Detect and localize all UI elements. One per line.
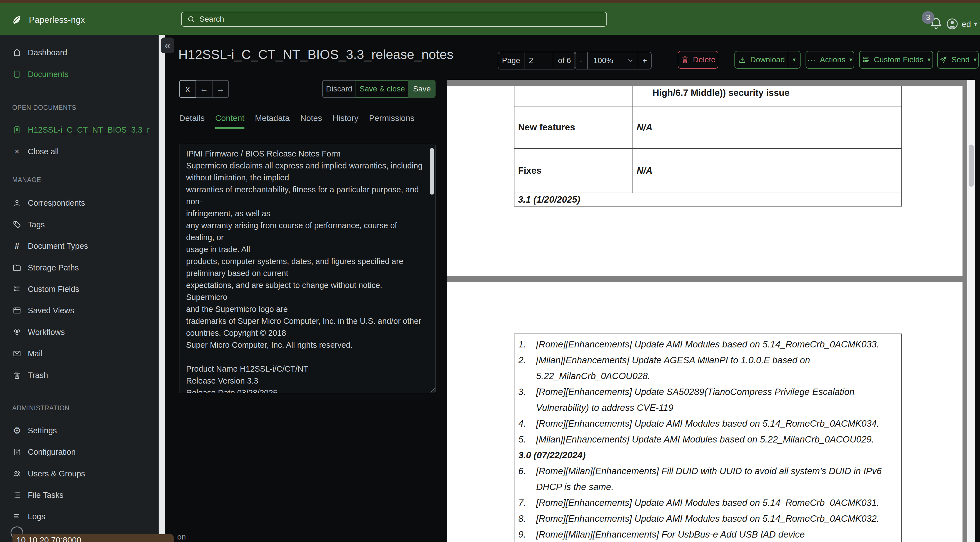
zoom-out-button[interactable]: - <box>574 52 587 69</box>
documents-icon <box>12 70 22 79</box>
leaf-logo-icon <box>11 14 22 26</box>
user-menu-caret-icon[interactable]: ▾ <box>974 20 977 28</box>
table-cell-carry-text: High/6.7 Middle)) security issue <box>633 86 901 106</box>
sidebar-item-label: Logs <box>28 512 45 521</box>
zoom-in-button[interactable]: + <box>638 52 651 69</box>
page-label: Page <box>498 52 524 69</box>
release-notes-table: High/6.7 Middle)) security issue New fea… <box>514 86 902 207</box>
list-item: 7.[Rome][Enhancements] Update AMI Module… <box>514 495 901 510</box>
send-button[interactable]: Send ▾ <box>937 51 978 69</box>
next-document-button[interactable]: → <box>212 80 229 98</box>
section-administration: ADMINISTRATION <box>12 405 70 412</box>
sidebar-item-saved-views[interactable]: Saved Views <box>0 303 159 317</box>
page-number-input[interactable]: 2 <box>524 52 553 69</box>
table-cell-label: Fixes <box>514 149 633 193</box>
textarea-resize-handle[interactable] <box>429 386 435 392</box>
zoom-control: - 100% + <box>574 52 652 70</box>
table-footer-version: 3.1 (1/20/2025) <box>514 193 901 206</box>
sidebar-item-workflows[interactable]: Workflows <box>0 325 159 339</box>
sidebar-item-label: Correspondents <box>28 198 85 208</box>
tab-details[interactable]: Details <box>179 113 205 129</box>
list-item: 1.[Rome][Enhancements] Update AMI Module… <box>514 336 901 352</box>
sidebar-item-correspondents[interactable]: Correspondents <box>0 196 159 210</box>
sidebar-item-label: Document Types <box>28 242 88 251</box>
content-textarea[interactable]: IPMI Firmware / BIOS Release Notes Form … <box>179 144 436 393</box>
user-avatar-icon[interactable] <box>945 17 959 30</box>
sidebar-item-label: File Tasks <box>28 491 63 500</box>
sidebar-item-logs[interactable]: Logs <box>0 510 159 523</box>
sidebar-item-configuration[interactable]: Configuration <box>0 445 159 459</box>
list-item: 8.[Rome][Enhancements] Update AMI Module… <box>514 510 901 526</box>
document-tabs: Details Content Metadata Notes History P… <box>179 113 414 129</box>
sidebar-scrollbar[interactable] <box>159 35 165 542</box>
collapse-sidebar-button[interactable]: « <box>161 38 174 53</box>
actions-button[interactable]: ⋯ Actions ▾ <box>805 51 854 69</box>
mail-icon <box>12 349 22 358</box>
custom-fields-button[interactable]: Custom Fields ▾ <box>859 51 933 69</box>
browser-top-strip <box>0 0 980 3</box>
send-label: Send <box>951 55 969 64</box>
sidebar-item-label: Close all <box>28 147 59 156</box>
tab-metadata[interactable]: Metadata <box>255 113 290 129</box>
sidebar-item-close-all[interactable]: × Close all <box>0 145 159 158</box>
zoom-level-select[interactable]: 100% <box>587 52 638 69</box>
sidebar-item-custom-fields[interactable]: Custom Fields <box>0 282 159 296</box>
search-input[interactable]: Search <box>181 12 607 27</box>
sidebar-item-label: Dashboard <box>28 48 67 57</box>
tab-permissions[interactable]: Permissions <box>369 113 414 129</box>
preview-scrollbar-track[interactable] <box>967 80 975 542</box>
sliders-icon <box>12 447 22 457</box>
username[interactable]: ed <box>962 19 971 29</box>
sidebar-item-label: Settings <box>28 426 57 435</box>
sidebar-item-mail[interactable]: Mail <box>0 347 159 360</box>
delete-button[interactable]: Delete <box>678 51 718 69</box>
section-open-documents: OPEN DOCUMENTS <box>12 104 76 112</box>
textarea-scrollbar[interactable] <box>430 148 434 194</box>
sidebar-item-storage-paths[interactable]: Storage Paths <box>0 261 159 274</box>
sidebar-item-document-types[interactable]: # Document Types <box>0 239 159 253</box>
sidebar-item-users-groups[interactable]: Users & Groups <box>0 467 159 481</box>
download-button[interactable]: Download <box>735 51 788 69</box>
sidebar-item-tags[interactable]: Tags <box>0 218 159 231</box>
download-split-button: Download ▾ <box>735 51 800 69</box>
users-icon <box>12 469 22 478</box>
saved-views-icon <box>12 306 22 315</box>
ellipsis-icon: ⋯ <box>808 55 816 65</box>
folder-icon <box>12 263 22 273</box>
close-icon: × <box>12 147 22 156</box>
close-document-button[interactable]: x <box>179 80 196 98</box>
section-manage: MANAGE <box>12 176 41 184</box>
save-and-close-button[interactable]: Save & close <box>356 80 409 98</box>
save-button[interactable]: Save <box>408 80 436 98</box>
app-name: Paperless-ngx <box>29 15 85 25</box>
gear-icon: ⚙ <box>12 426 22 435</box>
document-title: H12SSL-i_C_CT_NT_BIOS_3.3_release_notes <box>178 47 453 62</box>
tab-content[interactable]: Content <box>215 113 245 129</box>
previous-document-button[interactable]: ← <box>196 80 213 98</box>
list-item: 9.[Rome][Milan][Enhancements] For UsbBus… <box>514 526 901 542</box>
sidebar-item-dashboard[interactable]: Dashboard <box>0 46 159 59</box>
preview-page-2: 1.[Rome][Enhancements] Update AMI Module… <box>447 282 963 542</box>
app-logo: Paperless-ngx <box>11 14 85 26</box>
sidebar: Dashboard Documents OPEN DOCUMENTS H12SS… <box>0 35 159 542</box>
preview-scrollbar-thumb[interactable] <box>969 145 974 187</box>
caret-down-icon: ▾ <box>849 56 852 63</box>
tab-history[interactable]: History <box>332 113 358 129</box>
custom-fields-label: Custom Fields <box>874 55 924 64</box>
sidebar-item-label: Mail <box>28 349 43 358</box>
discard-button[interactable]: Discard <box>322 80 356 98</box>
delete-label: Delete <box>693 55 716 64</box>
tab-notes[interactable]: Notes <box>300 113 322 129</box>
sidebar-item-label: Tags <box>28 220 45 229</box>
sidebar-item-file-tasks[interactable]: File Tasks <box>0 488 159 502</box>
sidebar-item-settings[interactable]: ⚙ Settings <box>0 424 159 437</box>
table-row: Fixes N/A <box>514 148 901 193</box>
download-caret-button[interactable]: ▾ <box>788 51 800 69</box>
sidebar-item-trash[interactable]: Trash <box>0 368 159 382</box>
table-cell-label: New features <box>514 107 633 148</box>
list-item: 4.[Rome][Enhancements] Update AMI Module… <box>514 416 901 431</box>
send-icon <box>939 56 948 64</box>
sidebar-item-open-document[interactable]: H12SSL-i_C_CT_NT_BIOS_3.3_rel... <box>0 123 159 137</box>
sidebar-item-documents[interactable]: Documents <box>0 67 159 81</box>
version-heading: 3.0 (07/22/2024) <box>514 447 901 463</box>
